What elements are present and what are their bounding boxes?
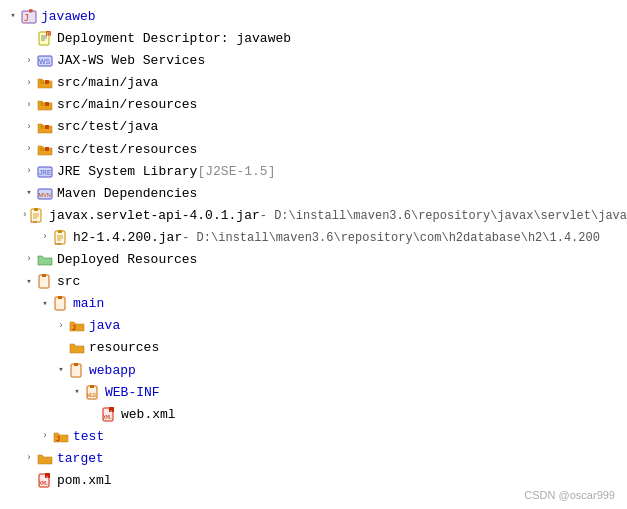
toggle-target[interactable] bbox=[22, 451, 36, 467]
icon-deployed bbox=[36, 252, 54, 268]
svg-rect-12 bbox=[45, 80, 49, 84]
icon-target bbox=[36, 451, 54, 467]
svg-text:JAR: JAR bbox=[30, 220, 38, 224]
tree-item-webapp[interactable]: webapp bbox=[6, 360, 627, 382]
icon-src bbox=[36, 274, 54, 290]
label-src-main-res: src/main/resources bbox=[57, 94, 197, 116]
tree-item-src[interactable]: src bbox=[6, 271, 627, 293]
icon-webinf: WEB bbox=[84, 385, 102, 401]
icon-jaxws: WS bbox=[36, 53, 54, 69]
label-deployed: Deployed Resources bbox=[57, 249, 197, 271]
toggle-src-main-res[interactable] bbox=[22, 97, 36, 113]
tree-item-target[interactable]: target bbox=[6, 448, 627, 470]
icon-xml: XXML bbox=[36, 473, 54, 489]
toggle-javax-jar[interactable] bbox=[21, 208, 28, 224]
icon-folder-res bbox=[68, 340, 86, 356]
suffix-jre: [J2SE-1.5] bbox=[197, 161, 275, 183]
toggle-maven-deps[interactable] bbox=[22, 186, 36, 202]
icon-folder-java: J bbox=[52, 429, 70, 445]
svg-rect-17 bbox=[40, 147, 44, 151]
svg-rect-38 bbox=[58, 296, 62, 299]
tree-item-maven-deps[interactable]: MVNMaven Dependencies bbox=[6, 183, 627, 205]
label-jre: JRE System Library bbox=[57, 161, 197, 183]
svg-text:J: J bbox=[24, 14, 29, 23]
svg-rect-41 bbox=[74, 363, 78, 366]
label-src: src bbox=[57, 271, 80, 293]
toggle-deployed[interactable] bbox=[22, 252, 36, 268]
tree-item-javax-jar[interactable]: JARjavax.servlet-api-4.0.1.jar - D:\inst… bbox=[6, 205, 627, 227]
toggle-jaxws[interactable] bbox=[22, 53, 36, 69]
svg-rect-24 bbox=[34, 208, 38, 211]
svg-rect-30 bbox=[58, 230, 62, 233]
tree-item-main[interactable]: main bbox=[6, 293, 627, 315]
icon-javaweb: J bbox=[20, 9, 38, 25]
label-maven-deps: Maven Dependencies bbox=[57, 183, 197, 205]
tree-item-webxml[interactable]: XXMLweb.xml bbox=[6, 404, 627, 426]
label-webapp: webapp bbox=[89, 360, 136, 382]
svg-rect-11 bbox=[40, 80, 44, 84]
label-src-test-res: src/test/resources bbox=[57, 139, 197, 161]
toggle-webinf[interactable] bbox=[70, 385, 84, 401]
project-tree: JjavawebDDeployment Descriptor: javawebW… bbox=[0, 0, 627, 498]
path-javax-jar: - D:\install\maven3.6\repository\javax\s… bbox=[260, 206, 627, 226]
label-src-test-java: src/test/java bbox=[57, 116, 158, 138]
icon-maven: MVN bbox=[36, 186, 54, 202]
svg-rect-36 bbox=[42, 274, 46, 277]
tree-item-webinf[interactable]: WEBWEB-INF bbox=[6, 382, 627, 404]
toggle-javaweb[interactable] bbox=[6, 9, 20, 25]
svg-rect-2 bbox=[29, 9, 33, 13]
label-javax-jar: javax.servlet-api-4.0.1.jar bbox=[49, 205, 260, 227]
label-java: java bbox=[89, 315, 120, 337]
tree-item-src-main-java[interactable]: src/main/java bbox=[6, 72, 627, 94]
svg-text:JAR: JAR bbox=[54, 242, 62, 246]
path-h2-jar: - D:\install\maven3.6\repository\com\h2d… bbox=[182, 228, 600, 248]
tree-item-src-test-res[interactable]: src/test/resources bbox=[6, 139, 627, 161]
tree-item-jaxws[interactable]: WSJAX-WS Web Services bbox=[6, 50, 627, 72]
tree-item-jre[interactable]: JREJRE System Library [J2SE-1.5] bbox=[6, 161, 627, 183]
label-webxml: web.xml bbox=[121, 404, 176, 426]
label-h2-jar: h2-1.4.200.jar bbox=[73, 227, 182, 249]
svg-rect-18 bbox=[45, 147, 49, 151]
tree-item-h2-jar[interactable]: JARh2-1.4.200.jar - D:\install\maven3.6\… bbox=[6, 227, 627, 249]
tree-item-java[interactable]: Jjava bbox=[6, 315, 627, 337]
tree-item-deployed[interactable]: Deployed Resources bbox=[6, 249, 627, 271]
svg-text:WS: WS bbox=[39, 58, 51, 65]
label-main: main bbox=[73, 293, 104, 315]
icon-srcfolder bbox=[36, 97, 54, 113]
svg-rect-15 bbox=[40, 125, 44, 129]
label-pomxml: pom.xml bbox=[57, 470, 112, 492]
icon-jar: JAR bbox=[52, 230, 70, 246]
label-webinf: WEB-INF bbox=[105, 382, 160, 404]
watermark: CSDN @oscar999 bbox=[524, 489, 615, 501]
svg-rect-43 bbox=[90, 385, 94, 388]
toggle-main[interactable] bbox=[38, 296, 52, 312]
toggle-jre[interactable] bbox=[22, 164, 36, 180]
tree-item-descriptor[interactable]: DDeployment Descriptor: javaweb bbox=[6, 28, 627, 50]
svg-rect-13 bbox=[40, 102, 44, 106]
svg-text:XML: XML bbox=[39, 481, 48, 487]
toggle-h2-jar[interactable] bbox=[38, 230, 52, 246]
tree-item-src-main-res[interactable]: src/main/resources bbox=[6, 94, 627, 116]
label-descriptor: Deployment Descriptor: javaweb bbox=[57, 28, 291, 50]
tree-item-resources[interactable]: resources bbox=[6, 337, 627, 359]
svg-text:XML: XML bbox=[103, 415, 112, 421]
svg-text:JRE: JRE bbox=[39, 169, 52, 176]
toggle-src[interactable] bbox=[22, 274, 36, 290]
toggle-test[interactable] bbox=[38, 429, 52, 445]
toggle-src-test-java[interactable] bbox=[22, 120, 36, 136]
toggle-java[interactable] bbox=[54, 318, 68, 334]
tree-item-test[interactable]: Jtest bbox=[6, 426, 627, 448]
icon-srcfolder bbox=[36, 142, 54, 158]
tree-item-javaweb[interactable]: Jjavaweb bbox=[6, 6, 627, 28]
svg-text:MVN: MVN bbox=[39, 192, 51, 198]
tree-item-src-test-java[interactable]: src/test/java bbox=[6, 116, 627, 138]
toggle-src-main-java[interactable] bbox=[22, 75, 36, 91]
toggle-webapp[interactable] bbox=[54, 363, 68, 379]
icon-jre: JRE bbox=[36, 164, 54, 180]
svg-text:WEB: WEB bbox=[87, 393, 96, 399]
icon-srcfolder bbox=[36, 75, 54, 91]
label-src-main-java: src/main/java bbox=[57, 72, 158, 94]
svg-rect-16 bbox=[45, 125, 49, 129]
toggle-src-test-res[interactable] bbox=[22, 142, 36, 158]
svg-text:D: D bbox=[47, 31, 50, 37]
